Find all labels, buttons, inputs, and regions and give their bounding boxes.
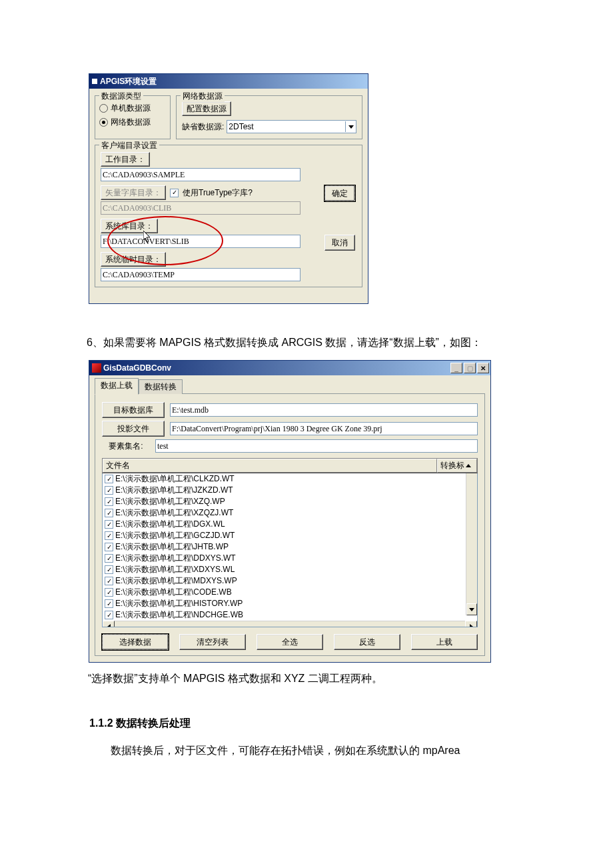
- tab-convert[interactable]: 数据转换: [139, 379, 183, 394]
- list-item: E:\演示数据\单机工程\CLKZD.WT: [103, 473, 477, 485]
- list-item: E:\演示数据\单机工程\JHTB.WP: [103, 541, 477, 553]
- mapgis-env-dialog: APGIS环境设置 数据源类型 单机数据源 网络数据源 网络数据源 配置数据源 …: [89, 73, 368, 304]
- sort-asc-icon: [466, 464, 471, 467]
- v-scrollbar[interactable]: [466, 473, 477, 615]
- item-checkbox[interactable]: [105, 588, 113, 597]
- app-icon: [92, 363, 101, 373]
- group-legend: 客户端目录设置: [99, 140, 159, 151]
- vecfont-button: 矢量字库目录：: [101, 185, 166, 200]
- proj-file-button[interactable]: 投影文件: [102, 421, 165, 437]
- item-checkbox[interactable]: [105, 520, 113, 529]
- tab-upload[interactable]: 数据上载: [95, 378, 139, 395]
- list-item: E:\演示数据\单机工程\DGX.WL: [103, 519, 477, 530]
- truetype-checkbox[interactable]: [170, 189, 179, 197]
- item-checkbox[interactable]: [105, 543, 113, 551]
- datasource-type-group: 数据源类型 单机数据源 网络数据源: [95, 95, 171, 139]
- list-item: E:\演示数据\单机工程\XZQZJ.WT: [103, 507, 477, 519]
- featureclass-label: 要素集名:: [102, 441, 150, 452]
- syslib-input[interactable]: F:\DATACONVERT\SLIB: [101, 235, 301, 248]
- title-text: APGIS环境设置: [100, 76, 157, 87]
- file-list[interactable]: E:\演示数据\单机工程\CLKZD.WT E:\演示数据\单机工程\JZKZD…: [102, 473, 478, 627]
- list-item: E:\演示数据\单机工程\NDCHGE.WB: [103, 609, 477, 621]
- upload-button[interactable]: 上载: [411, 634, 478, 650]
- featureclass-input[interactable]: test: [155, 439, 478, 453]
- section-body: 数据转换后，对于区文件，可能存在拓扑错误，例如在系统默认的 mpArea: [89, 740, 613, 761]
- group-legend: 数据源类型: [99, 91, 143, 102]
- titlebar[interactable]: APGIS环境设置: [89, 74, 368, 89]
- list-item: E:\演示数据\单机工程\HISTORY.WP: [103, 598, 477, 609]
- item-checkbox[interactable]: [105, 611, 113, 619]
- workdir-button[interactable]: 工作目录：: [101, 152, 150, 167]
- vecfont-input: C:\CADA0903\CLIB: [101, 201, 301, 215]
- upload-pane: 目标数据库 E:\test.mdb 投影文件 F:\DataConvert\Pr…: [95, 393, 485, 656]
- item-checkbox[interactable]: [105, 497, 113, 506]
- section-heading: 1.1.2 数据转换后处理: [89, 717, 613, 731]
- col-flag[interactable]: 转换标: [437, 459, 477, 473]
- item-checkbox[interactable]: [105, 531, 113, 540]
- ok-button[interactable]: 确定: [324, 185, 355, 201]
- default-ds-label: 缺省数据源:: [182, 121, 224, 133]
- item-checkbox[interactable]: [105, 554, 113, 563]
- item-checkbox[interactable]: [105, 509, 113, 517]
- select-data-button[interactable]: 选择数据: [102, 634, 169, 650]
- invert-button[interactable]: 反选: [334, 634, 400, 650]
- list-header: 文件名 转换标: [102, 458, 478, 473]
- radio-network[interactable]: 网络数据源: [99, 117, 166, 128]
- list-item: E:\演示数据\单机工程\JZKZD.WT: [103, 485, 477, 496]
- app-icon: [92, 79, 97, 84]
- titlebar[interactable]: GisDataGDBConv _ ▢ ✕: [89, 361, 490, 375]
- col-filename[interactable]: 文件名: [103, 459, 437, 473]
- default-ds-dropdown[interactable]: 2DTest: [227, 120, 356, 133]
- list-item: E:\演示数据\单机工程\XZQ.WP: [103, 496, 477, 507]
- step-6-text: 6、如果需要将 MAPGIS 格式数据转换成 ARCGIS 数据，请选择“数据上…: [87, 332, 533, 353]
- target-db-button[interactable]: 目标数据库: [102, 402, 165, 418]
- select-all-button[interactable]: 全选: [257, 634, 323, 650]
- radio-single[interactable]: 单机数据源: [99, 103, 166, 114]
- list-item: E:\演示数据\单机工程\CODE.WB: [103, 587, 477, 598]
- scroll-right-button[interactable]: [465, 621, 477, 627]
- minimize-button[interactable]: _: [450, 363, 462, 373]
- h-scrollbar[interactable]: [103, 621, 477, 627]
- client-dir-group: 客户端目录设置 工作目录： C:\CADA0903\SAMPLE 矢量字库目录：…: [95, 145, 362, 287]
- item-checkbox[interactable]: [105, 486, 113, 495]
- chevron-down-icon[interactable]: [345, 121, 356, 132]
- list-item: E:\演示数据\单机工程\GCZJD.WT: [103, 530, 477, 541]
- close-button[interactable]: ✕: [477, 363, 489, 373]
- list-item: E:\演示数据\单机工程\MDXYS.WP: [103, 575, 477, 587]
- cancel-button[interactable]: 取消: [324, 235, 355, 251]
- gisdata-gdbconv-window: GisDataGDBConv _ ▢ ✕ 数据上载 数据转换 目标数据库 E:\…: [89, 360, 491, 663]
- item-checkbox[interactable]: [105, 577, 113, 585]
- clear-list-button[interactable]: 清空列表: [179, 634, 246, 650]
- truetype-label: 使用TrueType字库?: [183, 187, 253, 199]
- scroll-down-button[interactable]: [466, 603, 477, 615]
- systmp-input[interactable]: C:\CADA0903\TEMP: [101, 268, 301, 281]
- scroll-left-button[interactable]: [103, 621, 115, 627]
- config-ds-button[interactable]: 配置数据源: [182, 101, 231, 116]
- maximize-button: ▢: [464, 363, 476, 373]
- group-legend: 网络数据源: [181, 91, 225, 102]
- title-text: GisDataGDBConv: [103, 363, 171, 373]
- item-checkbox[interactable]: [105, 475, 113, 483]
- systmp-button[interactable]: 系统临时目录：: [101, 252, 166, 267]
- target-db-input[interactable]: E:\test.mdb: [170, 403, 478, 417]
- workdir-input[interactable]: C:\CADA0903\SAMPLE: [101, 168, 301, 181]
- syslib-button[interactable]: 系统库目录：: [101, 219, 158, 233]
- item-checkbox[interactable]: [105, 565, 113, 574]
- list-item: E:\演示数据\单机工程\DDXYS.WT: [103, 553, 477, 564]
- note-text: “选择数据”支持单个 MAPGIS 格式数据和 XYZ 二调工程两种。: [88, 672, 613, 686]
- item-checkbox[interactable]: [105, 599, 113, 608]
- proj-file-input[interactable]: F:\DataConvert\Program\prj\Xian 1980 3 D…: [170, 422, 478, 435]
- list-item: E:\演示数据\单机工程\XDXYS.WL: [103, 564, 477, 575]
- network-ds-group: 网络数据源 配置数据源 缺省数据源: 2DTest: [176, 95, 362, 139]
